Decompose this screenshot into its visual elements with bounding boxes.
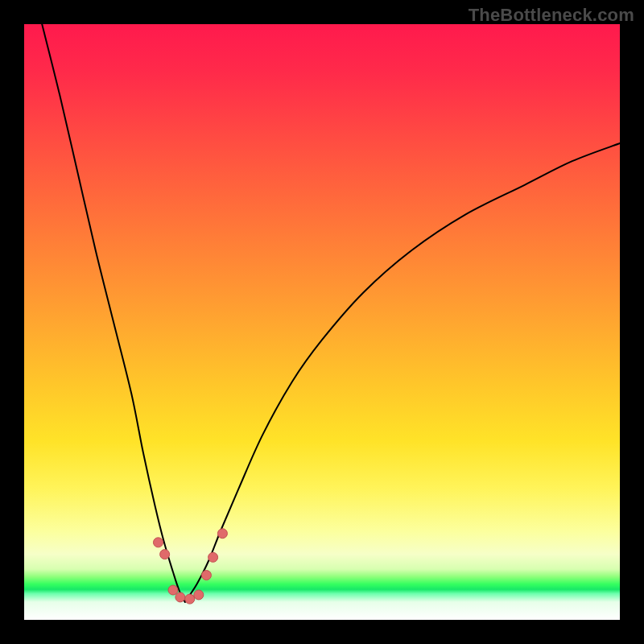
- data-point: [154, 538, 163, 547]
- data-point: [201, 571, 211, 580]
- plot-area: [24, 24, 620, 620]
- curves-svg: [24, 24, 620, 620]
- curve-left-branch: [42, 24, 185, 602]
- data-point: [217, 529, 227, 539]
- data-point: [194, 590, 204, 600]
- curve-right-branch: [185, 143, 620, 602]
- chart-stage: TheBottleneck.com: [0, 0, 644, 644]
- data-point: [175, 592, 185, 602]
- data-point: [168, 585, 178, 595]
- data-point: [185, 594, 195, 604]
- watermark-text: TheBottleneck.com: [469, 5, 634, 26]
- data-point: [208, 552, 218, 562]
- data-point: [160, 550, 170, 559]
